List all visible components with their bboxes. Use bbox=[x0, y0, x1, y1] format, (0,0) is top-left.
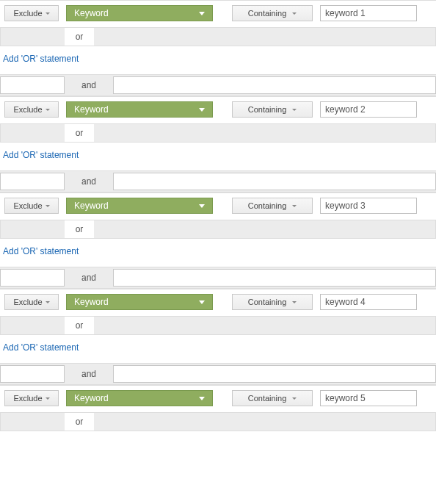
or-left-cell bbox=[0, 27, 65, 46]
dimension-select[interactable]: Keyword bbox=[66, 198, 213, 214]
condition-label: Containing bbox=[248, 201, 287, 210]
and-right-box[interactable] bbox=[113, 173, 436, 190]
exclude-button[interactable]: Exclude bbox=[4, 390, 59, 406]
or-right-cell bbox=[94, 412, 436, 431]
dimension-select[interactable]: Keyword bbox=[66, 294, 213, 310]
or-left-cell bbox=[0, 412, 65, 431]
caret-down-icon bbox=[46, 12, 50, 15]
dimension-label: Keyword bbox=[74, 8, 109, 18]
condition-select[interactable]: Containing bbox=[232, 390, 313, 406]
and-right-box[interactable] bbox=[113, 365, 436, 383]
exclude-button[interactable]: Exclude bbox=[4, 5, 59, 21]
exclude-button[interactable]: Exclude bbox=[4, 294, 59, 310]
or-label: or bbox=[65, 316, 94, 335]
caret-down-icon bbox=[199, 108, 205, 112]
filter-row: ExcludeKeywordContaining bbox=[0, 289, 436, 316]
and-row: and bbox=[0, 74, 436, 96]
caret-down-icon bbox=[199, 397, 205, 400]
exclude-button[interactable]: Exclude bbox=[4, 198, 59, 214]
exclude-label: Exclude bbox=[13, 9, 42, 18]
dimension-label: Keyword bbox=[74, 201, 109, 211]
or-label: or bbox=[65, 220, 94, 239]
and-label: and bbox=[65, 267, 113, 288]
and-label: and bbox=[65, 171, 113, 192]
dimension-select[interactable]: Keyword bbox=[66, 5, 213, 21]
or-row: or bbox=[0, 316, 436, 335]
filter-row: ExcludeKeywordContaining bbox=[0, 96, 436, 123]
or-left-cell bbox=[0, 220, 65, 239]
or-row: or bbox=[0, 123, 436, 143]
or-right-cell bbox=[94, 220, 436, 239]
add-or-link[interactable]: Add 'OR' statement bbox=[0, 143, 436, 170]
and-label: and bbox=[65, 364, 113, 384]
or-row: or bbox=[0, 220, 436, 239]
or-label: or bbox=[65, 27, 94, 46]
dimension-select[interactable]: Keyword bbox=[66, 390, 213, 406]
caret-down-icon bbox=[46, 397, 50, 400]
add-or-link[interactable]: Add 'OR' statement bbox=[0, 335, 436, 363]
dimension-label: Keyword bbox=[74, 393, 109, 403]
or-row: or bbox=[0, 412, 436, 431]
add-or-link[interactable]: Add 'OR' statement bbox=[0, 46, 436, 74]
filter-block: ExcludeKeywordContainingorAdd 'OR' state… bbox=[0, 96, 436, 192]
caret-down-icon bbox=[199, 12, 205, 15]
and-label: and bbox=[65, 75, 113, 96]
exclude-label: Exclude bbox=[13, 105, 42, 114]
or-right-cell bbox=[94, 27, 436, 46]
or-right-cell bbox=[94, 123, 436, 143]
condition-select[interactable]: Containing bbox=[232, 101, 313, 118]
condition-select[interactable]: Containing bbox=[232, 198, 313, 214]
dimension-label: Keyword bbox=[74, 104, 109, 115]
caret-down-icon bbox=[46, 301, 50, 303]
filter-row: ExcludeKeywordContaining bbox=[0, 385, 436, 412]
and-left-box[interactable] bbox=[0, 173, 65, 190]
filter-block: ExcludeKeywordContainingorAdd 'OR' state… bbox=[0, 0, 436, 96]
or-label: or bbox=[65, 412, 94, 431]
caret-down-icon bbox=[199, 300, 205, 304]
or-left-cell bbox=[0, 316, 65, 335]
and-row: and bbox=[0, 363, 436, 385]
condition-label: Containing bbox=[248, 105, 287, 114]
exclude-label: Exclude bbox=[13, 201, 42, 210]
dimension-label: Keyword bbox=[74, 297, 109, 307]
or-label: or bbox=[65, 123, 94, 143]
condition-select[interactable]: Containing bbox=[232, 294, 313, 310]
or-row: or bbox=[0, 27, 436, 46]
exclude-label: Exclude bbox=[13, 298, 42, 306]
dimension-select[interactable]: Keyword bbox=[66, 101, 213, 118]
caret-down-icon bbox=[199, 204, 205, 208]
caret-down-icon bbox=[292, 109, 297, 111]
value-input[interactable] bbox=[320, 390, 417, 406]
value-input[interactable] bbox=[320, 5, 417, 21]
caret-down-icon bbox=[292, 301, 297, 303]
add-or-link[interactable]: Add 'OR' statement bbox=[0, 239, 436, 267]
exclude-button[interactable]: Exclude bbox=[4, 101, 59, 118]
caret-down-icon bbox=[292, 397, 297, 400]
and-right-box[interactable] bbox=[113, 269, 436, 287]
value-input[interactable] bbox=[320, 101, 417, 118]
filter-block: ExcludeKeywordContainingorAdd 'OR' state… bbox=[0, 192, 436, 289]
exclude-label: Exclude bbox=[13, 394, 42, 403]
caret-down-icon bbox=[46, 109, 50, 111]
or-left-cell bbox=[0, 123, 65, 143]
and-row: and bbox=[0, 170, 436, 192]
filter-block: ExcludeKeywordContainingorAdd 'OR' state… bbox=[0, 289, 436, 385]
condition-label: Containing bbox=[248, 9, 287, 18]
caret-down-icon bbox=[46, 205, 50, 207]
and-left-box[interactable] bbox=[0, 269, 65, 287]
caret-down-icon bbox=[292, 205, 297, 207]
and-right-box[interactable] bbox=[113, 76, 436, 94]
condition-label: Containing bbox=[248, 298, 287, 306]
and-left-box[interactable] bbox=[0, 76, 65, 94]
or-right-cell bbox=[94, 316, 436, 335]
filter-block: ExcludeKeywordContainingor bbox=[0, 385, 436, 431]
value-input[interactable] bbox=[320, 198, 417, 214]
filter-row: ExcludeKeywordContaining bbox=[0, 0, 436, 27]
filter-row: ExcludeKeywordContaining bbox=[0, 192, 436, 220]
caret-down-icon bbox=[292, 12, 297, 15]
value-input[interactable] bbox=[320, 294, 417, 310]
and-left-box[interactable] bbox=[0, 365, 65, 383]
condition-label: Containing bbox=[248, 394, 287, 403]
condition-select[interactable]: Containing bbox=[232, 5, 313, 21]
and-row: and bbox=[0, 267, 436, 289]
